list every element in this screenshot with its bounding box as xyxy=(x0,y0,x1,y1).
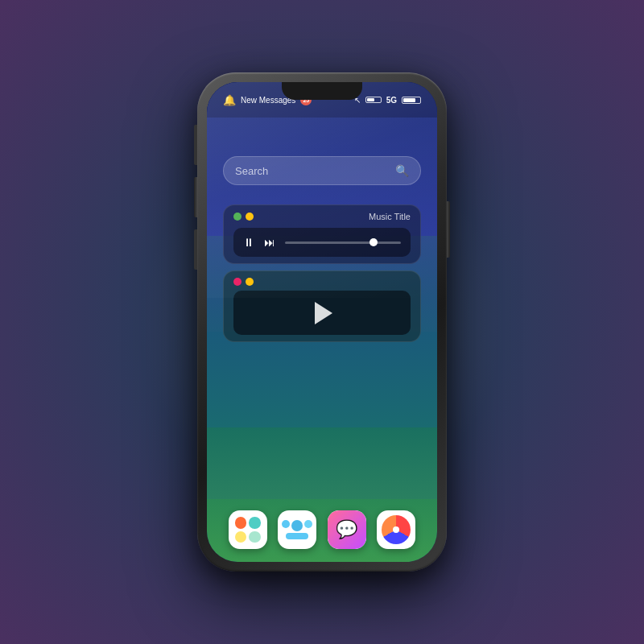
dot-green xyxy=(233,213,242,221)
network-battery xyxy=(402,97,421,104)
app-dock: 💬 xyxy=(207,501,437,562)
music-widget-title: Music Title xyxy=(369,212,411,221)
dot-yellow-2 xyxy=(246,278,254,286)
dock-app-dots[interactable] xyxy=(229,510,267,549)
bell-icon: 🔔 xyxy=(223,94,236,106)
cloud-bubble-2 xyxy=(291,520,303,531)
cloud-bubble-3 xyxy=(304,520,312,528)
dock-app-chat[interactable]: 💬 xyxy=(328,510,366,549)
video-widget-dots xyxy=(233,278,411,286)
cloud-app-icon xyxy=(282,520,312,539)
notification-spacer xyxy=(207,118,437,150)
battery-bar xyxy=(365,97,382,103)
chat-app-icon: 💬 xyxy=(328,510,366,549)
music-widget-header: Music Title xyxy=(233,212,411,221)
status-right: ↖ 5G xyxy=(354,96,421,105)
bullseye-inner-ring xyxy=(388,522,404,538)
phone-body: 🔔 New Messages 25 ↖ 5G xyxy=(197,72,447,572)
dot-app-4 xyxy=(249,531,261,543)
content-spacer xyxy=(207,349,437,501)
progress-track[interactable] xyxy=(285,242,401,244)
search-bar[interactable]: Search 🔍 xyxy=(223,156,421,185)
dot-app-2 xyxy=(249,517,261,529)
phone-device: 🔔 New Messages 25 ↖ 5G xyxy=(197,72,447,572)
battery-fill xyxy=(367,98,374,101)
dock-app-cloud[interactable] xyxy=(278,510,316,549)
forward-button[interactable]: ⏭ xyxy=(264,236,275,249)
phone-screen: 🔔 New Messages 25 ↖ 5G xyxy=(207,82,437,562)
network-label: 5G xyxy=(386,96,397,105)
video-widget xyxy=(223,270,421,342)
network-battery-fill xyxy=(403,98,415,102)
progress-thumb xyxy=(369,238,378,246)
chat-icon: 💬 xyxy=(336,519,357,540)
music-widget: Music Title ⏸ ⏭ xyxy=(223,204,421,264)
dot-app-1 xyxy=(235,517,247,529)
cloud-base xyxy=(286,533,308,539)
dots-app-icon xyxy=(229,510,267,549)
bullseye-center-dot xyxy=(393,526,399,533)
music-controls[interactable]: ⏸ ⏭ xyxy=(233,228,411,257)
search-icon[interactable]: 🔍 xyxy=(395,164,409,177)
dot-app-3 xyxy=(235,531,247,543)
search-section: Search 🔍 xyxy=(207,150,437,198)
dock-app-bullseye[interactable] xyxy=(377,510,415,549)
play-button[interactable] xyxy=(315,302,332,324)
cloud-bubble-1 xyxy=(282,520,290,528)
phone-notch xyxy=(282,82,362,100)
bullseye-app-icon xyxy=(382,515,411,544)
pause-button[interactable]: ⏸ xyxy=(243,236,254,249)
video-screen[interactable] xyxy=(233,291,411,335)
widgets-area: Music Title ⏸ ⏭ xyxy=(207,198,437,349)
dot-pink xyxy=(233,278,242,286)
search-placeholder: Search xyxy=(235,165,387,177)
dot-yellow xyxy=(246,213,254,221)
screen-content: 🔔 New Messages 25 ↖ 5G xyxy=(207,82,437,562)
battery-indicator xyxy=(365,97,382,103)
music-widget-dots xyxy=(233,213,254,221)
cloud-top xyxy=(282,520,312,531)
